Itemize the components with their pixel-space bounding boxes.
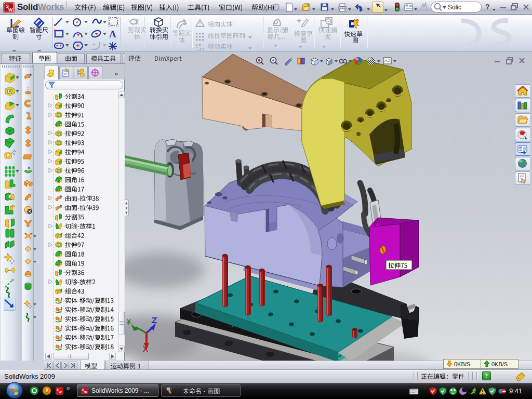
- svg-text:W: W: [8, 7, 13, 12]
- svg-text:W: W: [84, 391, 87, 394]
- svg-text:A: A: [109, 29, 116, 39]
- svg-text:W: W: [59, 391, 62, 394]
